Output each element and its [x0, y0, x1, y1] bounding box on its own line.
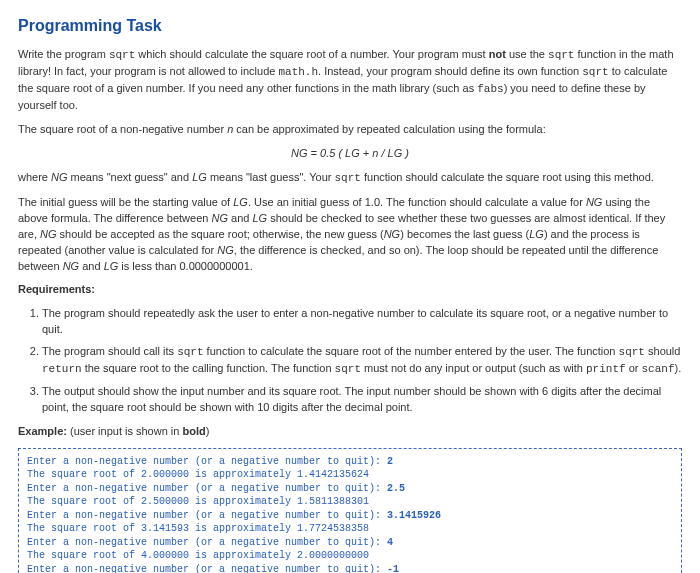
example-output: Enter a non-negative number (or a negati…	[18, 448, 682, 573]
where-paragraph: where NG means "next guess" and LG means…	[18, 170, 682, 187]
intro-paragraph: Write the program sqrt which should calc…	[18, 47, 682, 114]
requirements-heading: Requirements:	[18, 282, 682, 298]
formula: NG = 0.5 ( LG + n / LG )	[18, 146, 682, 162]
requirement-1: The program should repeatedly ask the us…	[42, 306, 682, 338]
requirement-2: The program should call its sqrt functio…	[42, 344, 682, 378]
requirement-3: The output should show the input number …	[42, 384, 682, 416]
requirements-list: The program should repeatedly ask the us…	[18, 306, 682, 416]
algorithm-paragraph: The initial guess will be the starting v…	[18, 195, 682, 275]
page-title: Programming Task	[18, 14, 682, 37]
example-heading: Example: (user input is shown in bold)	[18, 424, 682, 440]
approx-intro: The square root of a non-negative number…	[18, 122, 682, 138]
